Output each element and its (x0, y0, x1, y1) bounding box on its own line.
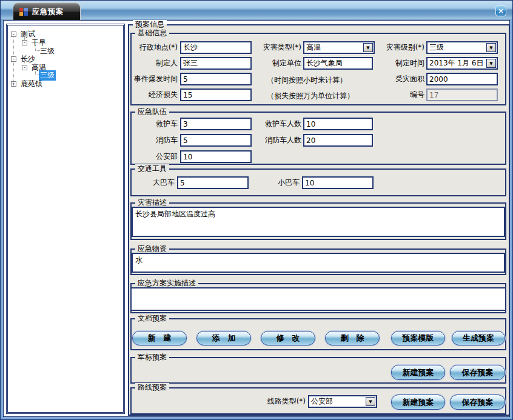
id-input-readonly (426, 88, 498, 101)
disaster-type-label: 灾害类型(*) (240, 41, 301, 54)
disaster-level-label: 灾害级别(*) (363, 41, 424, 54)
tree-node-label[interactable]: 三级 (39, 46, 56, 56)
police-input[interactable] (180, 150, 252, 163)
add-button[interactable]: 添 加 (196, 331, 251, 345)
plan-template-button[interactable]: 预案模版 (391, 331, 445, 345)
chevron-down-icon[interactable]: ▼ (486, 59, 496, 68)
disaster-level-value: 三级 (428, 42, 486, 53)
generate-plan-button[interactable]: 生成预案 (452, 331, 505, 345)
disaster-type-value: 高温 (304, 42, 363, 53)
fire-staff-input[interactable] (303, 134, 373, 147)
minibus-input[interactable] (302, 176, 374, 189)
disaster-level-select[interactable]: 三级 ▼ (426, 41, 498, 54)
ambulance-staff-label: 救护车人数 (240, 118, 301, 130)
plan-tree[interactable]: - 测试 - 干旱 三级 - 长沙 - 高温 三级 + (7, 25, 124, 413)
tree-node-sanji-1[interactable]: 三级 (39, 47, 56, 55)
police-label: 公安部 (129, 150, 178, 163)
route-type-label: 线路类型(*) (239, 395, 306, 408)
minibus-label: 小巴车 (238, 176, 300, 189)
route-plan-group-title: 路线预案 (135, 383, 169, 392)
app-window: 应急预案 × - 测试 - 干旱 三级 (0, 0, 513, 420)
tree-node-luyuanzhen[interactable]: + 鹿苑镇 (11, 79, 44, 88)
id-label: 编号 (363, 88, 424, 101)
disaster-desc-group-title: 灾害描述 (135, 198, 169, 207)
impl-desc-group-title: 应急方案实施描述 (135, 279, 198, 288)
window-title: 应急预案 (32, 7, 64, 17)
author-label: 制定人 (129, 57, 178, 70)
ambulance-staff-input[interactable] (303, 118, 373, 130)
affected-area-input[interactable] (426, 73, 498, 85)
collapse-icon[interactable]: - (22, 40, 27, 45)
route-type-select[interactable]: 公安部 ▼ (308, 395, 377, 408)
route-type-value: 公安部 (309, 396, 365, 407)
route-new-plan-button[interactable]: 新建预案 (391, 395, 445, 410)
app-icon (19, 8, 28, 16)
impl-desc-textarea[interactable] (130, 287, 506, 311)
plan-tree-panel: - 测试 - 干旱 三级 - 长沙 - 高温 三级 + (6, 24, 125, 414)
outbreak-time-label: 事件爆发时间 (129, 73, 178, 85)
fire-staff-label: 消防车人数 (240, 134, 301, 147)
supplies-group-title: 应急物资 (135, 244, 169, 253)
date-picker[interactable]: 2013年 1月 6日 ▼ (426, 57, 498, 70)
plan-info-group: 预案信息 基础信息 行政地点(*) 灾害类型(*) 高温 ▼ 灾害级别(*) 三… (128, 24, 510, 416)
military-new-plan-button[interactable]: 新建预案 (391, 365, 445, 380)
route-save-plan-button[interactable]: 保存预案 (450, 395, 505, 410)
military-save-plan-button[interactable]: 保存预案 (450, 365, 505, 380)
collapse-icon[interactable]: - (11, 32, 16, 37)
new-button[interactable]: 新 建 (132, 331, 187, 345)
modify-button[interactable]: 修 改 (261, 331, 315, 345)
chevron-down-icon[interactable]: ▼ (486, 43, 496, 52)
affected-area-label: 受灾面积 (363, 73, 424, 85)
date-value: 2013年 1月 6日 (428, 58, 486, 68)
emergency-team-group-title: 应急队伍 (135, 107, 169, 116)
economic-loss-input[interactable] (180, 88, 252, 101)
time-hint: （时间按照小时来计算） (267, 75, 347, 85)
org-label: 制定单位 (240, 57, 301, 70)
fire-truck-label: 消防车 (129, 134, 178, 147)
date-label: 制定时间 (363, 57, 424, 70)
outbreak-time-input[interactable] (180, 73, 252, 85)
chevron-down-icon[interactable]: ▼ (366, 397, 375, 406)
supplies-textarea[interactable]: 水 (132, 253, 505, 273)
tree-node-label[interactable]: 鹿苑镇 (19, 79, 44, 89)
military-plan-group-title: 军标预案 (135, 353, 169, 362)
doc-plan-group-title: 文档预案 (135, 314, 169, 323)
economic-loss-label: 经济损失 (129, 88, 178, 101)
bus-label: 大巴车 (129, 176, 175, 189)
disaster-desc-textarea[interactable]: 长沙县局部地区温度过高 (132, 207, 505, 237)
basic-info-group-title: 基础信息 (135, 28, 169, 38)
plan-info-group-title: 预案信息 (133, 20, 167, 29)
window-tab[interactable]: 应急预案 (13, 2, 81, 20)
close-icon[interactable]: × (495, 5, 506, 16)
collapse-icon[interactable]: - (11, 56, 16, 62)
collapse-icon[interactable]: - (22, 65, 27, 70)
delete-button[interactable]: 删 除 (325, 331, 380, 345)
loss-hint: （损失按照万为单位计算） (267, 91, 354, 101)
expand-icon[interactable]: + (11, 81, 16, 87)
doc-plan-group: 文档预案 (130, 318, 506, 350)
titlebar: 应急预案 × (1, 1, 512, 20)
ambulance-label: 救护车 (129, 118, 178, 130)
transport-group-title: 交通工具 (135, 164, 169, 173)
admin-location-label: 行政地点(*) (129, 41, 178, 54)
